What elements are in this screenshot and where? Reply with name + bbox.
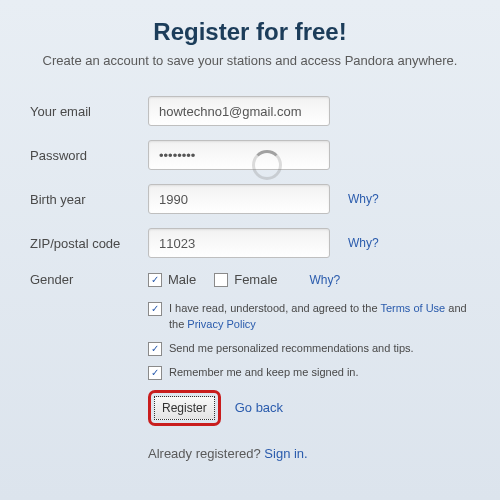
zip-label: ZIP/postal code [30, 236, 148, 251]
privacy-policy-link[interactable]: Privacy Policy [187, 318, 255, 330]
birthyear-why-link[interactable]: Why? [348, 192, 379, 206]
gender-male-label: Male [168, 272, 196, 287]
footer-text: Already registered? Sign in. [148, 446, 470, 461]
sign-in-link[interactable]: Sign in. [264, 446, 307, 461]
email-label: Your email [30, 104, 148, 119]
gender-label: Gender [30, 272, 148, 287]
page-title: Register for free! [30, 18, 470, 46]
gender-why-link[interactable]: Why? [310, 273, 341, 287]
zip-field[interactable] [148, 228, 330, 258]
terms-checkbox[interactable]: ✓ [148, 302, 162, 316]
register-button[interactable]: Register [154, 396, 215, 420]
gender-male-checkbox[interactable]: ✓ [148, 273, 162, 287]
password-label: Password [30, 148, 148, 163]
gender-female-label: Female [234, 272, 277, 287]
recommendations-checkbox[interactable]: ✓ [148, 342, 162, 356]
remember-checkbox[interactable]: ✓ [148, 366, 162, 380]
password-field[interactable] [148, 140, 330, 170]
email-field[interactable] [148, 96, 330, 126]
remember-label: Remember me and keep me signed in. [169, 365, 359, 380]
register-highlight: Register [148, 390, 221, 426]
birthyear-field[interactable] [148, 184, 330, 214]
gender-female-checkbox[interactable] [214, 273, 228, 287]
terms-text: I have read, understood, and agreed to t… [169, 301, 470, 332]
recommendations-label: Send me personalized recommendations and… [169, 341, 414, 356]
birthyear-label: Birth year [30, 192, 148, 207]
terms-of-use-link[interactable]: Terms of Use [380, 302, 445, 314]
zip-why-link[interactable]: Why? [348, 236, 379, 250]
page-subtitle: Create an account to save your stations … [30, 52, 470, 70]
go-back-link[interactable]: Go back [235, 400, 283, 415]
